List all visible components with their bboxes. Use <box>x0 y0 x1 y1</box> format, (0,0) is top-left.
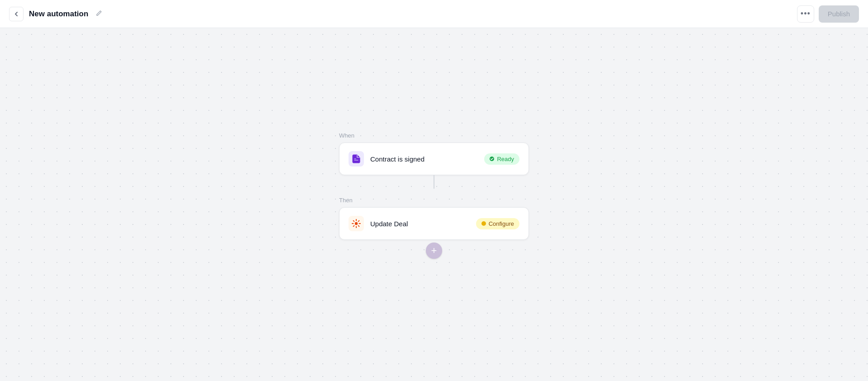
add-step-button[interactable]: + <box>426 243 442 259</box>
back-button[interactable] <box>9 7 24 21</box>
check-icon <box>490 157 494 161</box>
trigger-status-badge[interactable]: Ready <box>484 153 519 165</box>
trigger-left: Contract is signed <box>349 151 425 167</box>
pencil-icon <box>95 10 102 17</box>
trigger-status-label: Ready <box>497 156 514 162</box>
action-card[interactable]: Update Deal Configure <box>339 207 529 240</box>
hubspot-icon <box>351 219 361 229</box>
when-section: When Contract is signed <box>339 132 529 175</box>
header-right: ••• Publish <box>797 5 859 23</box>
when-label: When <box>339 132 529 139</box>
trigger-icon <box>349 151 364 167</box>
trigger-name: Contract is signed <box>370 155 425 163</box>
more-options-button[interactable]: ••• <box>797 5 814 23</box>
configure-dot <box>481 221 486 226</box>
action-status-label: Configure <box>489 220 514 227</box>
action-left: Update Deal <box>349 216 408 231</box>
header: New automation ••• Publish <box>0 0 868 28</box>
connector-line <box>434 175 434 189</box>
header-left: New automation <box>9 7 104 21</box>
automation-canvas: When Contract is signed <box>0 28 868 381</box>
edit-icon[interactable] <box>94 8 104 20</box>
section-gap <box>339 189 529 197</box>
ready-dot <box>490 157 494 161</box>
flow-container: When Contract is signed <box>339 132 529 259</box>
action-status-badge[interactable]: Configure <box>476 218 519 229</box>
chevron-left-icon <box>13 10 20 18</box>
action-icon <box>349 216 364 231</box>
then-label: Then <box>339 197 529 204</box>
trigger-card[interactable]: Contract is signed Ready <box>339 143 529 175</box>
svg-point-0 <box>355 222 358 225</box>
action-name: Update Deal <box>370 220 408 228</box>
page-title: New automation <box>29 10 88 19</box>
then-section: Then Update Deal Configure <box>339 189 529 240</box>
publish-button[interactable]: Publish <box>819 5 859 23</box>
document-icon <box>352 154 360 163</box>
